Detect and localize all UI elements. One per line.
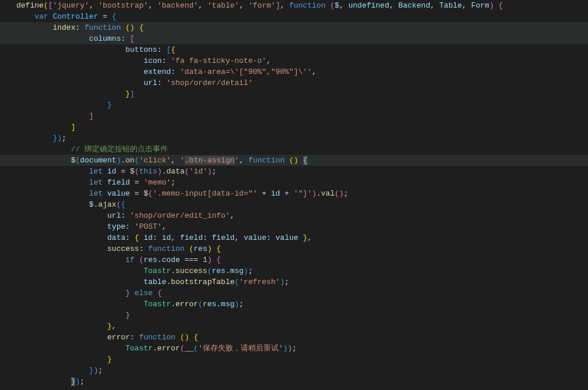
code-line[interactable]: let field = 'memo'; — [16, 177, 588, 188]
code-line[interactable]: define(['jquery', 'bootstrap', 'backend'… — [16, 0, 588, 11]
code-line[interactable]: }); — [16, 365, 588, 376]
code-line[interactable]: data: { id: id, field: field, value: val… — [16, 232, 588, 243]
code-line[interactable]: } else { — [16, 288, 588, 299]
code-line[interactable]: table.bootstrapTable('refresh'); — [16, 276, 588, 288]
code-line[interactable]: }); — [16, 376, 588, 387]
code-line[interactable]: error: function () { — [16, 332, 588, 343]
function-call: define — [16, 1, 44, 10]
code-line[interactable]: } — [16, 354, 588, 365]
code-line[interactable]: let id = $(this).data('id'); — [16, 166, 588, 177]
code-line[interactable]: success: function (res) { — [16, 243, 588, 254]
code-line[interactable]: ] — [16, 122, 588, 133]
code-line[interactable]: extend: 'data-area=\'["90%","90%"]\'', — [16, 66, 588, 77]
code-line[interactable]: }); — [16, 133, 588, 144]
code-line[interactable]: index: function () { — [0, 22, 588, 33]
code-line[interactable]: }] — [16, 88, 588, 100]
breadcrumb-line[interactable]: columns: [ — [0, 33, 588, 44]
code-line[interactable]: } — [16, 100, 588, 111]
code-line[interactable]: } — [16, 310, 588, 321]
code-line-active[interactable]: $(document).on('click', '.btn-assign', f… — [0, 155, 588, 166]
code-line[interactable]: Toastr.error(res.msg); — [16, 299, 588, 310]
code-line[interactable]: var Controller = { — [16, 11, 588, 22]
code-line[interactable]: Toastr.error(__('保存失败，请稍后重试')); — [16, 343, 588, 354]
code-line[interactable]: url: 'shop/order/detail' — [16, 77, 588, 88]
code-line[interactable]: icon: 'fa fa-sticky-note-o', — [16, 55, 588, 66]
code-line[interactable]: ] — [16, 111, 588, 122]
comment: // 绑定确定按钮的点击事件 — [71, 145, 168, 154]
code-line[interactable]: Toastr.success(res.msg); — [16, 265, 588, 276]
code-line[interactable]: // 绑定确定按钮的点击事件 — [16, 144, 588, 155]
code-line[interactable]: buttons: [{ — [16, 44, 588, 55]
code-editor[interactable]: define(['jquery', 'bootstrap', 'backend'… — [0, 0, 588, 387]
selected-text: .btn-assign — [185, 156, 235, 165]
code-line[interactable]: }, — [16, 321, 588, 332]
code-line[interactable]: if (res.code === 1) { — [16, 254, 588, 265]
code-line[interactable]: let value = $('.memo-input[data-id="' + … — [16, 188, 588, 199]
code-line[interactable]: type: 'POST', — [16, 221, 588, 232]
cursor-bracket: { — [303, 156, 308, 165]
code-line[interactable]: $.ajax({ — [16, 199, 588, 210]
code-line[interactable]: url: 'shop/order/edit_info', — [16, 210, 588, 221]
